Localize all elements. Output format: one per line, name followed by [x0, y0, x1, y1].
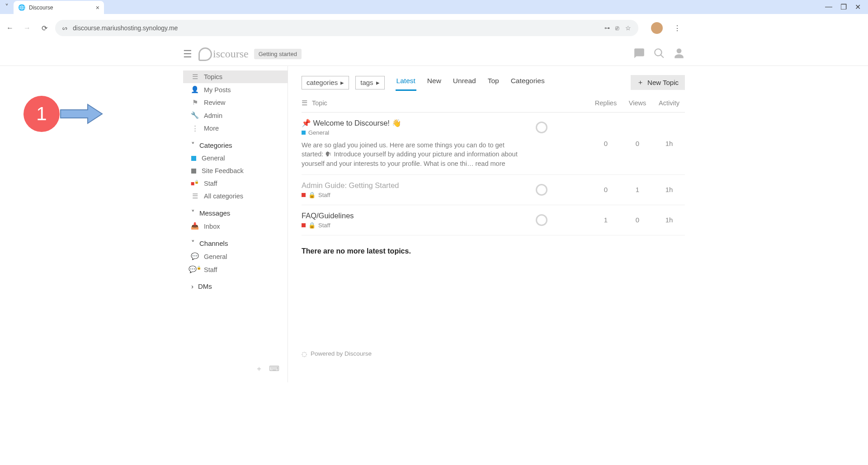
- close-icon[interactable]: ✕: [855, 3, 861, 11]
- keyboard-icon[interactable]: ⌨: [269, 364, 279, 374]
- category-badge[interactable]: 🔒 Staff: [302, 222, 522, 229]
- sidebar-cat-all[interactable]: ☰ All categories: [183, 190, 288, 202]
- sidebar-section-categories[interactable]: ˅ Categories: [183, 135, 288, 152]
- topic-row[interactable]: Admin Guide: Getting Started 🔒 Staff 0 1…: [302, 175, 685, 205]
- replies-count: 1: [590, 211, 622, 229]
- minimize-icon[interactable]: —: [825, 3, 832, 11]
- getting-started-badge[interactable]: Getting started: [254, 49, 302, 59]
- chat-lock-icon: 💬🔒: [191, 266, 198, 273]
- sidebar-label: Staff: [204, 266, 217, 273]
- topic-title-text[interactable]: Admin Guide: Getting Started: [302, 181, 399, 189]
- filter-label: categories: [307, 79, 338, 86]
- tab-title: Discourse: [29, 5, 92, 11]
- topic-title-text[interactable]: Welcome to Discourse! 👋: [313, 119, 401, 127]
- sidebar-item-more[interactable]: ⋮ More: [183, 122, 288, 135]
- poster-avatar-icon[interactable]: [536, 184, 547, 196]
- tab-top[interactable]: Top: [487, 74, 500, 91]
- chat-icon[interactable]: [633, 47, 645, 61]
- topic-row[interactable]: 📌 Welcome to Discourse! 👋 General We are…: [302, 113, 685, 175]
- browser-menu-icon[interactable]: ⋮: [674, 24, 681, 33]
- sidebar-item-admin[interactable]: 🔧 Admin: [183, 109, 288, 122]
- hamburger-icon[interactable]: ☰: [183, 48, 192, 60]
- topic-title: 📌 Welcome to Discourse! 👋: [302, 119, 522, 127]
- th-replies[interactable]: Replies: [590, 99, 622, 107]
- category-bullet-icon: [191, 169, 196, 174]
- tab-close-icon[interactable]: ×: [96, 4, 99, 11]
- list-icon: ☰: [191, 193, 198, 200]
- profile-avatar-icon[interactable]: [651, 22, 663, 34]
- search-icon[interactable]: [653, 47, 665, 61]
- bulk-select-icon[interactable]: ☰: [302, 99, 307, 107]
- sidebar-cat-general[interactable]: General: [183, 152, 288, 164]
- maximize-icon[interactable]: ❐: [840, 3, 847, 11]
- views-count: 1: [622, 181, 653, 198]
- filter-tags[interactable]: tags ▸: [355, 76, 384, 89]
- back-icon[interactable]: ←: [4, 24, 16, 32]
- sidebar-section-dms[interactable]: › DMs: [183, 276, 288, 293]
- sidebar-label: Topics: [204, 73, 222, 80]
- url-text: discourse.mariushosting.synology.me: [73, 24, 178, 32]
- dots-icon: ⋮: [191, 125, 198, 132]
- main-content: categories ▸ tags ▸ Latest New Unread To…: [288, 66, 685, 382]
- replies-count: 0: [590, 181, 622, 198]
- browser-tab[interactable]: 🌐 Discourse ×: [14, 1, 104, 14]
- chevron-right-icon: ›: [191, 282, 193, 290]
- plus-icon[interactable]: ＋: [255, 364, 263, 374]
- category-name: General: [308, 129, 329, 136]
- topic-row[interactable]: FAQ/Guidelines 🔒 Staff 1 0 1h: [302, 205, 685, 235]
- read-more-link[interactable]: read more: [475, 160, 505, 167]
- topic-title-text[interactable]: FAQ/Guidelines: [302, 211, 354, 220]
- category-name: Staff: [318, 192, 330, 198]
- tab-unread[interactable]: Unread: [452, 74, 477, 91]
- category-badge[interactable]: General: [302, 129, 522, 136]
- sidebar-label: Staff: [204, 180, 217, 187]
- th-views[interactable]: Views: [622, 99, 653, 107]
- table-header: ☰ Topic Replies Views Activity: [302, 95, 685, 113]
- sidebar-item-topics[interactable]: ☰ Topics: [183, 70, 288, 83]
- footer-text[interactable]: Powered by Discourse: [311, 350, 372, 357]
- category-badge[interactable]: 🔒 Staff: [302, 192, 522, 198]
- filter-categories[interactable]: categories ▸: [302, 76, 349, 89]
- user-avatar-icon[interactable]: [673, 47, 685, 61]
- footer: ◌ Powered by Discourse: [302, 350, 685, 357]
- caret-right-icon: ▸: [376, 79, 380, 87]
- sidebar-item-review[interactable]: ⚑ Review: [183, 96, 288, 109]
- reload-icon[interactable]: ⟳: [38, 24, 51, 33]
- sidebar-label: Review: [204, 99, 226, 106]
- install-icon[interactable]: ⎚: [615, 24, 619, 32]
- sidebar-section-channels[interactable]: ˅ Channels: [183, 233, 288, 250]
- sidebar-label: Inbox: [204, 223, 220, 230]
- sidebar-channel-general[interactable]: 💬 General: [183, 250, 288, 263]
- sidebar-channel-staff[interactable]: 💬🔒 Staff: [183, 263, 288, 276]
- sidebar-footer: ＋ ⌨: [183, 361, 288, 377]
- app-header: ☰ iscourse Getting started: [0, 42, 868, 66]
- sidebar-label: General: [204, 253, 227, 260]
- tab-categories[interactable]: Categories: [510, 74, 546, 91]
- site-info-icon[interactable]: ᔕ: [62, 25, 67, 31]
- activity-time: 1h: [653, 211, 685, 229]
- sidebar-label: Admin: [204, 112, 222, 119]
- logo-text: iscourse: [213, 48, 249, 60]
- password-icon[interactable]: ⊶: [604, 25, 609, 31]
- sidebar-cat-staff[interactable]: ■🔒 Staff: [183, 177, 288, 190]
- discourse-logo[interactable]: iscourse: [198, 47, 249, 61]
- flag-icon: ⚑: [191, 99, 198, 106]
- tab-latest[interactable]: Latest: [396, 74, 416, 91]
- forward-icon[interactable]: →: [21, 24, 33, 32]
- new-topic-button[interactable]: ＋ New Topic: [631, 75, 685, 90]
- poster-avatar-icon[interactable]: [536, 122, 547, 133]
- sidebar-item-inbox[interactable]: 📥 Inbox: [183, 220, 288, 233]
- sidebar-cat-site-feedback[interactable]: Site Feedback: [183, 164, 288, 177]
- sidebar-section-messages[interactable]: ˅ Messages: [183, 202, 288, 220]
- address-bar[interactable]: ᔕ discourse.mariushosting.synology.me ⊶ …: [55, 20, 638, 36]
- poster-avatar-icon[interactable]: [536, 214, 547, 226]
- th-activity[interactable]: Activity: [653, 99, 685, 107]
- bookmark-icon[interactable]: ☆: [625, 24, 631, 32]
- category-bullet-icon: [302, 131, 306, 135]
- tab-new[interactable]: New: [426, 74, 442, 91]
- views-count: 0: [622, 119, 653, 168]
- annotation-arrow-icon: [59, 103, 104, 125]
- sidebar-item-my-posts[interactable]: 👤 My Posts: [183, 83, 288, 96]
- replies-count: 0: [590, 119, 622, 168]
- chrome-dropdown-icon[interactable]: ˅: [0, 0, 14, 14]
